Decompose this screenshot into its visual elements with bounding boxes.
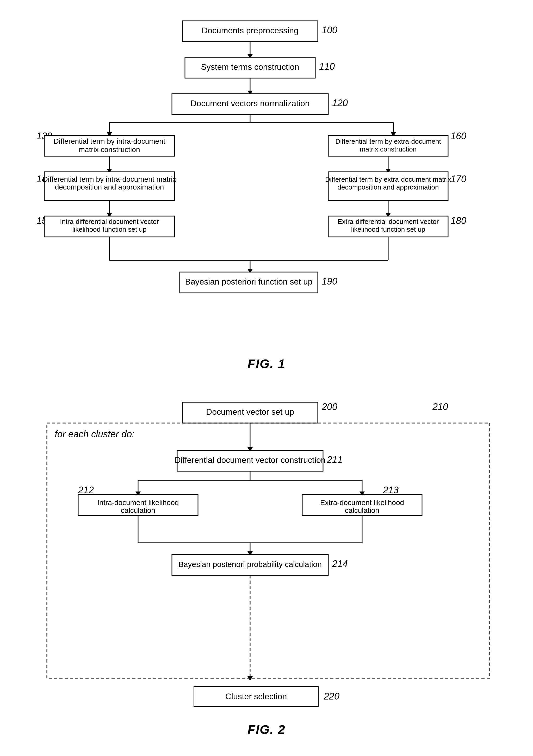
figure-1: Documents preprocessing 100 System terms… [21, 15, 512, 371]
figure-2: Document vector set up 200 210 for each … [21, 397, 512, 737]
svg-text:Differential term by intra-doc: Differential term by intra-document matr… [43, 175, 176, 183]
svg-text:System terms construction: System terms construction [201, 62, 299, 71]
svg-text:110: 110 [319, 61, 335, 72]
svg-text:Differential document vector c: Differential document vector constructio… [175, 455, 325, 465]
svg-text:Intra-differential document ve: Intra-differential document vector [60, 218, 159, 226]
svg-text:for each cluster do:: for each cluster do: [55, 429, 134, 440]
svg-text:Differential term by extra-doc: Differential term by extra-document [335, 137, 441, 145]
svg-text:160: 160 [451, 131, 466, 141]
cluster-selection-label: Cluster selection [225, 692, 287, 701]
svg-text:200: 200 [322, 401, 337, 412]
svg-text:210: 210 [432, 401, 448, 412]
svg-text:120: 120 [332, 97, 348, 108]
svg-text:matrix construction: matrix construction [79, 146, 140, 153]
svg-text:Document vectors normalization: Document vectors normalization [190, 99, 309, 108]
svg-text:Extra-document likelihood: Extra-document likelihood [320, 499, 404, 507]
svg-text:213: 213 [383, 485, 399, 496]
fig2-label: FIG. 2 [21, 722, 512, 737]
svg-text:Documents preprocessing: Documents preprocessing [202, 26, 298, 35]
svg-text:decomposition and approximatio: decomposition and approximation [338, 183, 439, 191]
svg-text:calculation: calculation [345, 506, 379, 514]
svg-text:211: 211 [327, 454, 343, 465]
svg-text:Extra-differential document ve: Extra-differential document vector [338, 218, 439, 226]
svg-text:Document vector set up: Document vector set up [206, 407, 294, 417]
svg-text:214: 214 [332, 558, 348, 569]
cluster-selection-num: 220 [324, 691, 339, 702]
svg-text:170: 170 [451, 174, 466, 184]
svg-text:likelihood function set up: likelihood function set up [351, 226, 425, 233]
svg-text:212: 212 [78, 485, 94, 496]
svg-text:Bayesian posteriori function s: Bayesian posteriori function set up [185, 277, 312, 286]
svg-text:180: 180 [451, 215, 466, 226]
svg-text:Bayesian postenori probability: Bayesian postenori probability calculati… [179, 560, 322, 569]
svg-text:decomposition and approximatio: decomposition and approximation [55, 183, 164, 191]
svg-text:100: 100 [322, 25, 337, 36]
fig1-label: FIG. 1 [21, 357, 512, 371]
svg-text:likelihood function set up: likelihood function set up [72, 226, 147, 233]
svg-text:190: 190 [322, 276, 337, 286]
cluster-selection-box: Cluster selection [194, 686, 319, 707]
svg-text:matrix construction: matrix construction [360, 145, 417, 153]
svg-text:Differential term by extra-doc: Differential term by extra-document matr… [325, 176, 451, 183]
page: Documents preprocessing 100 System terms… [0, 0, 533, 756]
svg-text:calculation: calculation [121, 506, 155, 514]
fig1-svg: Documents preprocessing 100 System terms… [21, 15, 516, 346]
svg-text:Differential term by intra-doc: Differential term by intra-document [54, 137, 165, 145]
svg-text:Intra-document likelihood: Intra-document likelihood [98, 499, 179, 507]
